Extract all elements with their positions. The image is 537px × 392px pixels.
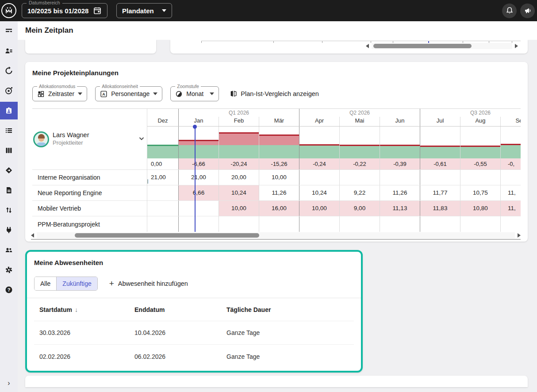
sidebar-item-team[interactable] bbox=[0, 241, 18, 259]
scroll-right-arrow-icon[interactable] bbox=[515, 44, 518, 48]
allocation-value-cell[interactable]: 10,75 bbox=[460, 185, 500, 200]
project-name[interactable]: PPM-Beratungsprojekt bbox=[32, 216, 147, 232]
allocation-value-cell[interactable]: 16,00 bbox=[259, 201, 299, 216]
allocation-value-cell[interactable] bbox=[380, 170, 420, 185]
allocation-value-cell[interactable] bbox=[178, 201, 219, 216]
absence-tab-alle[interactable]: Alle bbox=[35, 277, 56, 290]
allocation-value-cell[interactable]: 10,00 bbox=[259, 170, 299, 185]
zoom-level-select[interactable]: Zoomstufe Monat bbox=[170, 86, 219, 101]
chart-month-cell[interactable] bbox=[219, 127, 259, 158]
app-logo[interactable] bbox=[1, 3, 16, 18]
scroll-left-arrow-icon[interactable] bbox=[366, 44, 369, 48]
allocation-value-cell[interactable]: 11,26 bbox=[259, 185, 299, 200]
column-header[interactable]: Enddatum bbox=[134, 306, 226, 313]
allocation-value-cell[interactable]: 20,00 bbox=[219, 170, 259, 185]
absence-row[interactable]: 02.02.202606.02.2026Ganze Tage bbox=[34, 345, 354, 368]
chart-month-cell[interactable] bbox=[420, 127, 460, 158]
project-name[interactable]: Neue Reporting Engine bbox=[32, 185, 147, 201]
absence-row[interactable]: 30.03.202610.04.2026Ganze Tage bbox=[34, 321, 354, 345]
allocation-value-cell[interactable] bbox=[460, 216, 500, 232]
sidebar-item-integrations[interactable] bbox=[0, 221, 18, 239]
allocation-value-cell[interactable]: 10,24 bbox=[219, 185, 259, 200]
main-scroll-area[interactable]: Meine Projekteinplanungen Allokationsmod… bbox=[18, 40, 537, 392]
allocation-unit-select[interactable]: Allokationseinheit A Personentage bbox=[95, 86, 162, 101]
scrollbar-thumb[interactable] bbox=[373, 44, 472, 48]
sidebar-item-goals[interactable] bbox=[0, 82, 18, 100]
allocation-value-cell[interactable] bbox=[147, 185, 178, 200]
allocation-value-cell[interactable]: 21,00 bbox=[178, 170, 219, 185]
allocation-value-cell[interactable] bbox=[460, 170, 500, 185]
chart-month-cell[interactable] bbox=[339, 127, 380, 158]
allocation-value-cell[interactable] bbox=[299, 170, 339, 185]
allocation-value-cell[interactable]: 10,80 bbox=[460, 201, 500, 216]
allocation-value-cell[interactable]: 11, bbox=[500, 185, 521, 200]
allocation-value-cell[interactable]: 10,00 bbox=[299, 201, 339, 216]
chart-month-cell[interactable] bbox=[299, 127, 339, 158]
allocation-value-cell[interactable] bbox=[500, 170, 521, 185]
calendar-icon[interactable] bbox=[93, 6, 102, 15]
allocation-value-cell[interactable] bbox=[339, 216, 380, 232]
allocation-value-cell[interactable]: 10,24 bbox=[299, 185, 339, 200]
sidebar-item-resource-list[interactable] bbox=[0, 42, 18, 60]
chart-month-cell[interactable] bbox=[380, 127, 420, 158]
today-marker-dot[interactable] bbox=[193, 125, 197, 129]
plan-actual-compare-button[interactable]: Plan-Ist-Vergleich anzeigen bbox=[230, 90, 319, 98]
allocation-mode-select[interactable]: Allokationsmodus Zeitraster bbox=[32, 86, 87, 101]
sidebar-item-import-export[interactable] bbox=[0, 201, 18, 219]
scroll-right-arrow-icon[interactable] bbox=[518, 233, 521, 238]
scroll-left-arrow-icon[interactable] bbox=[31, 233, 34, 238]
sidebar-item-my-schedule[interactable] bbox=[0, 102, 18, 119]
project-name[interactable]: Mobiler Vertrieb bbox=[32, 201, 147, 216]
notifications-button[interactable] bbox=[502, 4, 517, 18]
sidebar-item-list[interactable] bbox=[0, 122, 18, 139]
project-name[interactable]: Interne Reorganisation bbox=[32, 170, 147, 185]
allocation-value-cell[interactable] bbox=[147, 201, 178, 216]
allocation-value-cell[interactable]: 6,66 bbox=[178, 185, 219, 200]
allocation-value-cell[interactable]: 9,00 bbox=[339, 201, 380, 216]
scrollbar-thumb[interactable] bbox=[75, 233, 259, 238]
sidebar-expand-button[interactable]: › bbox=[0, 377, 18, 389]
allocation-value-cell[interactable] bbox=[299, 216, 339, 232]
allocation-value-cell[interactable] bbox=[259, 216, 299, 232]
allocation-value-cell[interactable]: 11, bbox=[500, 201, 521, 216]
absence-tab-zukünftige[interactable]: Zukünftige bbox=[56, 277, 97, 290]
chart-month-cell[interactable] bbox=[178, 127, 219, 158]
date-range-field[interactable]: Datumsbereich 10/2025 bis 01/2028 bbox=[22, 3, 107, 18]
allocation-value-cell[interactable] bbox=[380, 216, 420, 232]
sidebar-item-reports[interactable] bbox=[0, 181, 18, 199]
column-header[interactable]: Startdatum↓ bbox=[39, 306, 134, 313]
allocation-value-cell[interactable]: 11,77 bbox=[420, 185, 460, 200]
sidebar-item-board[interactable] bbox=[0, 142, 18, 159]
column-header[interactable]: Tägliche Dauer bbox=[226, 306, 354, 313]
allocation-value-cell[interactable] bbox=[339, 170, 380, 185]
allocation-value-cell[interactable] bbox=[420, 170, 460, 185]
gantt-hscrollbar[interactable] bbox=[31, 233, 521, 240]
allocation-value-cell[interactable]: 11,26 bbox=[380, 185, 420, 200]
sidebar-item-settings[interactable] bbox=[0, 261, 18, 279]
allocation-value-cell[interactable] bbox=[219, 216, 259, 232]
timeline-grid[interactable]: Q1 2026Q2 2026Q3 2026DezJanFebMärAprMaiJ… bbox=[147, 109, 521, 232]
allocation-value-cell[interactable] bbox=[420, 216, 460, 232]
allocation-value-cell[interactable] bbox=[147, 216, 178, 232]
chart-month-cell[interactable] bbox=[147, 127, 178, 158]
announcements-button[interactable] bbox=[520, 4, 535, 18]
allocation-value-cell[interactable]: 10,00 bbox=[219, 201, 259, 216]
allocation-value-cell[interactable]: 9,22 bbox=[339, 185, 380, 200]
chart-month-cell[interactable] bbox=[259, 127, 299, 158]
allocation-value-cell[interactable]: 21,00∥ bbox=[147, 170, 178, 185]
allocation-value-cell[interactable] bbox=[500, 216, 521, 232]
add-absence-button[interactable]: + Abwesenheit hinzufügen bbox=[109, 280, 188, 287]
sidebar-item-help[interactable]: ? bbox=[0, 281, 18, 299]
resource-row[interactable]: Lars Wagner Projektleiter bbox=[32, 127, 147, 170]
chart-month-cell[interactable] bbox=[500, 127, 521, 158]
scenario-select[interactable]: Plandaten bbox=[116, 3, 172, 18]
chart-month-cell[interactable] bbox=[460, 127, 500, 158]
chevron-down-icon[interactable] bbox=[138, 135, 145, 142]
sidebar-item-sync[interactable] bbox=[0, 62, 18, 80]
allocation-value-cell[interactable]: 11,13 bbox=[380, 201, 420, 216]
allocation-value-cell[interactable] bbox=[178, 216, 219, 232]
top-card-hscrollbar[interactable] bbox=[366, 42, 518, 50]
sidebar-item-filter-lines[interactable] bbox=[0, 22, 18, 40]
allocation-value-cell[interactable]: 11,83 bbox=[420, 201, 460, 216]
sidebar-item-milestones[interactable] bbox=[0, 161, 18, 179]
